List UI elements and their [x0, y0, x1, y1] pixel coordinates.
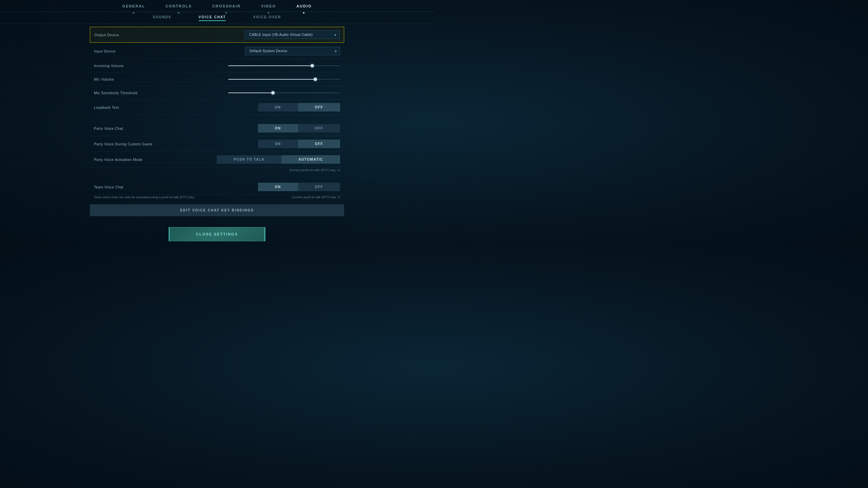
output-device-row: Output Device CABLE Input (VB-Audio Virt… — [90, 27, 344, 43]
party-voice-off-btn[interactable]: Off — [298, 124, 340, 133]
team-voice-ptt-info: Current push-to-talk (PTT) key: V — [292, 196, 340, 199]
mic-sensitivity-fill — [228, 93, 273, 93]
input-device-label: Input Device — [94, 49, 245, 53]
party-voice-custom-game-label: Party Voice During Custom Game — [94, 142, 258, 146]
mic-volume-track — [228, 79, 340, 80]
incoming-volume-fill — [228, 65, 312, 66]
spacer-2 — [90, 174, 344, 179]
output-device-dropdown-wrapper: CABLE Input (VB-Audio Virtual Cable) ▼ — [245, 30, 340, 39]
mic-volume-label: Mic Volume — [94, 77, 228, 81]
edit-bindings-button[interactable]: EDIT VOICE CHAT KEY BINDINGS — [90, 204, 344, 216]
incoming-volume-row: Incoming Volume — [90, 59, 344, 73]
team-voice-chat-row: Team Voice Chat On Off — [90, 179, 344, 195]
incoming-volume-label: Incoming Volume — [94, 64, 228, 68]
top-nav: GENERAL CONTROLS CROSSHAIR VIDEO AUDIO — [0, 0, 434, 12]
incoming-volume-thumb[interactable] — [311, 64, 314, 67]
mic-sensitivity-thumb[interactable] — [271, 91, 275, 95]
loopback-test-row: Loopback Test On Off — [90, 100, 344, 115]
party-voice-chat-label: Party Voice Chat — [94, 126, 258, 130]
party-voice-activation-row: Party Voice Activation Mode Push to Talk… — [90, 152, 344, 167]
input-device-control: Default System Device ▼ — [245, 47, 340, 55]
output-device-label: Output Device — [94, 33, 245, 37]
mic-volume-row: Mic Volume — [90, 73, 344, 86]
party-voice-activation-toggle: Push to Talk Automatic — [217, 155, 340, 164]
party-voice-on-btn[interactable]: On — [258, 124, 298, 133]
mic-volume-slider[interactable] — [228, 77, 340, 82]
party-voice-automatic-btn[interactable]: Automatic — [281, 155, 340, 164]
mic-volume-thumb[interactable] — [314, 78, 317, 81]
nav-audio[interactable]: AUDIO — [296, 4, 312, 12]
output-device-dropdown[interactable]: CABLE Input (VB-Audio Virtual Cable) — [245, 30, 340, 39]
mic-sensitivity-row: Mic Sensitivity Threshold — [90, 86, 344, 100]
incoming-volume-slider[interactable] — [228, 63, 340, 68]
loopback-test-label: Loopback Test — [94, 105, 258, 109]
settings-content: Output Device CABLE Input (VB-Audio Virt… — [90, 24, 344, 222]
input-device-dropdown-wrapper: Default System Device ▼ — [245, 47, 340, 55]
subnav-voiceover[interactable]: VOICE-OVER — [253, 15, 281, 21]
spacer-1 — [90, 115, 344, 121]
mic-volume-fill — [228, 79, 315, 80]
team-voice-chat-label: Team Voice Chat — [94, 185, 258, 189]
nav-general[interactable]: GENERAL — [122, 4, 145, 12]
loopback-off-btn[interactable]: Off — [298, 103, 340, 111]
team-voice-info-row: Team voice chat can only be activated us… — [90, 195, 344, 202]
party-voice-custom-off-btn[interactable]: Off — [298, 140, 340, 148]
nav-controls[interactable]: CONTROLS — [165, 4, 192, 12]
loopback-test-toggle: On Off — [258, 103, 340, 111]
party-voice-chat-row: Party Voice Chat On Off — [90, 121, 344, 136]
team-voice-on-btn[interactable]: On — [258, 183, 298, 191]
input-device-dropdown[interactable]: Default System Device — [245, 47, 340, 55]
nav-video[interactable]: VIDEO — [261, 4, 276, 12]
mic-sensitivity-track — [228, 93, 340, 93]
team-voice-off-btn[interactable]: Off — [298, 183, 340, 191]
team-voice-chat-toggle: On Off — [258, 183, 340, 191]
incoming-volume-track — [228, 65, 340, 66]
mic-sensitivity-label: Mic Sensitivity Threshold — [94, 91, 228, 95]
close-settings-button[interactable]: CLOSE SETTINGS — [169, 227, 265, 241]
nav-crosshair[interactable]: CROSSHAIR — [212, 4, 241, 12]
party-voice-custom-game-row: Party Voice During Custom Game On Off — [90, 136, 344, 152]
party-voice-custom-on-btn[interactable]: On — [258, 140, 298, 148]
loopback-on-btn[interactable]: On — [258, 103, 298, 111]
input-device-row: Input Device Default System Device ▼ — [90, 43, 344, 59]
party-voice-custom-toggle: On Off — [258, 140, 340, 148]
party-voice-ptt-btn[interactable]: Push to Talk — [217, 155, 281, 164]
subnav-voicechat[interactable]: VOICE CHAT — [199, 15, 226, 21]
party-voice-chat-toggle: On Off — [258, 124, 340, 133]
subnav-sounds[interactable]: SOUNDS — [153, 15, 172, 21]
team-voice-info-left: Team voice chat can only be activated us… — [94, 196, 292, 199]
sub-nav: SOUNDS VOICE CHAT VOICE-OVER — [0, 12, 434, 24]
output-device-control: CABLE Input (VB-Audio Virtual Cable) ▼ — [245, 30, 340, 39]
mic-sensitivity-slider[interactable] — [228, 90, 340, 96]
party-voice-activation-label: Party Voice Activation Mode — [94, 158, 217, 162]
party-ptt-info: Current push-to-talk (PTT) key: U — [90, 167, 344, 174]
